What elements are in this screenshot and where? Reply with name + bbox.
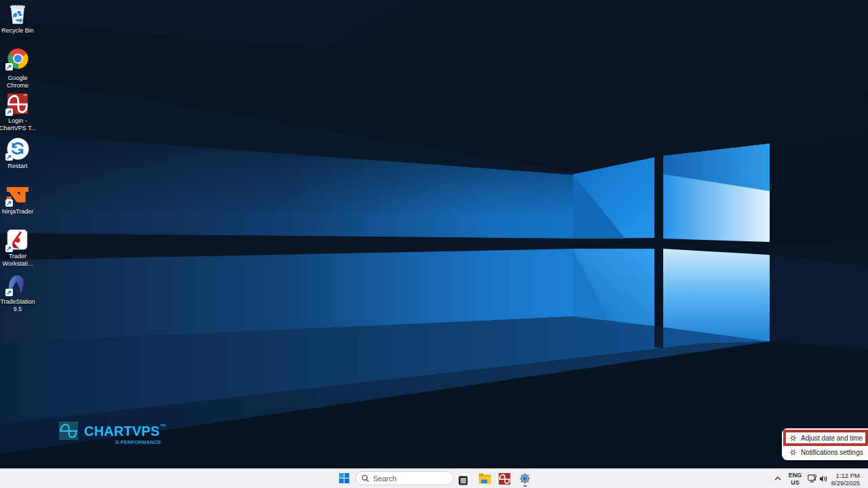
svg-text:™: ™ — [23, 94, 27, 98]
